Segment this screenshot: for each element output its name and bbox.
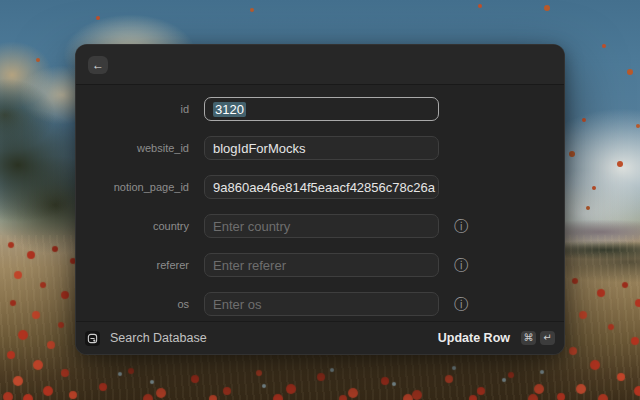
info-icon[interactable]: ⓘ bbox=[454, 258, 468, 272]
dialog-header: ← bbox=[76, 45, 564, 85]
field-label-referer: referer bbox=[76, 259, 189, 271]
os-input[interactable]: Enter os bbox=[204, 292, 439, 316]
notion-page-id-input[interactable]: 9a860ae46e814f5eaacf42856c78c26a bbox=[204, 175, 439, 199]
form-row-notion-page-id: notion_page_id 9a860ae46e814f5eaacf42856… bbox=[76, 175, 564, 199]
website-id-input[interactable]: blogIdForMocks bbox=[204, 136, 439, 160]
command-key-icon: ⌘ bbox=[521, 331, 536, 345]
background-floating-petals bbox=[0, 0, 4, 4]
return-key-icon: ↵ bbox=[540, 331, 555, 345]
country-input-placeholder: Enter country bbox=[213, 219, 290, 234]
field-label-notion-page-id: notion_page_id bbox=[76, 181, 189, 193]
update-row-label: Update Row bbox=[438, 331, 510, 345]
info-icon[interactable]: ⓘ bbox=[454, 297, 468, 311]
field-label-id: id bbox=[76, 103, 189, 115]
dialog-footer: Search Database Update Row ⌘ ↵ bbox=[76, 321, 564, 354]
form-row-id: id 3120 bbox=[76, 97, 564, 121]
update-row-form: id 3120 website_id blogIdForMocks notion… bbox=[76, 85, 564, 316]
field-label-website-id: website_id bbox=[76, 142, 189, 154]
country-input[interactable]: Enter country bbox=[204, 214, 439, 238]
form-row-country: country Enter country ⓘ bbox=[76, 214, 564, 238]
form-row-website-id: website_id blogIdForMocks bbox=[76, 136, 564, 160]
id-input[interactable]: 3120 bbox=[204, 97, 439, 121]
field-label-country: country bbox=[76, 220, 189, 232]
id-input-value: 3120 bbox=[213, 102, 246, 117]
back-button[interactable]: ← bbox=[88, 56, 108, 74]
referer-input-placeholder: Enter referer bbox=[213, 258, 286, 273]
info-icon[interactable]: ⓘ bbox=[454, 219, 468, 233]
os-input-placeholder: Enter os bbox=[213, 297, 261, 312]
back-arrow-icon: ← bbox=[92, 59, 104, 71]
extension-name: Search Database bbox=[110, 331, 438, 345]
referer-input[interactable]: Enter referer bbox=[204, 253, 439, 277]
notion-page-id-input-value: 9a860ae46e814f5eaacf42856c78c26a bbox=[213, 180, 435, 195]
update-row-button[interactable]: Update Row ⌘ ↵ bbox=[438, 331, 555, 345]
field-label-os: os bbox=[76, 298, 189, 310]
website-id-input-value: blogIdForMocks bbox=[213, 141, 305, 156]
form-row-os: os Enter os ⓘ bbox=[76, 292, 564, 316]
database-extension-icon bbox=[85, 331, 100, 346]
update-row-dialog: ← id 3120 website_id blogIdForMocks noti… bbox=[75, 44, 565, 355]
form-row-referer: referer Enter referer ⓘ bbox=[76, 253, 564, 277]
